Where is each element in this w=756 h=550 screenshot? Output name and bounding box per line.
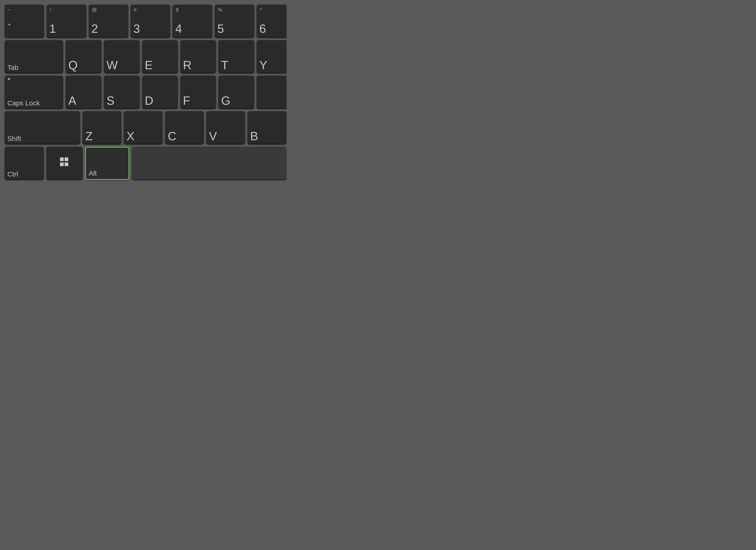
key-q[interactable]: Q <box>66 40 101 73</box>
key-partial-right-asdf <box>257 76 286 109</box>
key-6[interactable]: ^ 6 <box>257 5 286 38</box>
bottom-row: Ctrl Alt <box>5 147 286 180</box>
zxcv-row: Shift Z X C V B <box>5 111 286 144</box>
asdf-row: Caps Lock A S D F G <box>5 76 286 109</box>
key-ctrl[interactable]: Ctrl <box>5 147 44 180</box>
key-c[interactable]: C <box>165 111 204 144</box>
key-s[interactable]: S <box>104 76 140 109</box>
key-1[interactable]: ! 1 <box>47 5 86 38</box>
key-z[interactable]: Z <box>82 111 121 144</box>
key-d[interactable]: D <box>142 76 178 109</box>
key-capslock[interactable]: Caps Lock <box>5 76 63 109</box>
key-windows[interactable] <box>46 147 83 180</box>
key-y[interactable]: Y <box>257 40 286 73</box>
key-5[interactable]: % 5 <box>215 5 254 38</box>
key-v[interactable]: V <box>206 111 245 144</box>
key-3[interactable]: # 3 <box>131 5 170 38</box>
key-tilde[interactable]: ~ ` <box>5 5 44 38</box>
key-4[interactable]: $ 4 <box>173 5 212 38</box>
key-g[interactable]: G <box>218 76 254 109</box>
number-row: ~ ` ! 1 @ 2 # 3 $ 4 % 5 ^ 6 <box>5 5 286 38</box>
key-w[interactable]: W <box>104 40 140 73</box>
qwerty-row: Tab Q W E R T Y <box>5 40 286 73</box>
capslock-indicator <box>8 78 10 80</box>
windows-icon <box>60 157 69 167</box>
key-a[interactable]: A <box>66 76 101 109</box>
key-e[interactable]: E <box>142 40 178 73</box>
key-space[interactable] <box>132 147 286 180</box>
key-f[interactable]: F <box>180 76 216 109</box>
key-2[interactable]: @ 2 <box>89 5 128 38</box>
key-shift[interactable]: Shift <box>5 111 80 144</box>
key-t[interactable]: T <box>218 40 254 73</box>
keyboard: ~ ` ! 1 @ 2 # 3 $ 4 % 5 ^ 6 Tab <box>0 0 291 213</box>
key-b[interactable]: B <box>247 111 286 144</box>
key-alt[interactable]: Alt <box>85 147 129 180</box>
key-r[interactable]: R <box>180 40 216 73</box>
key-x[interactable]: X <box>124 111 163 144</box>
key-tab[interactable]: Tab <box>5 40 63 73</box>
